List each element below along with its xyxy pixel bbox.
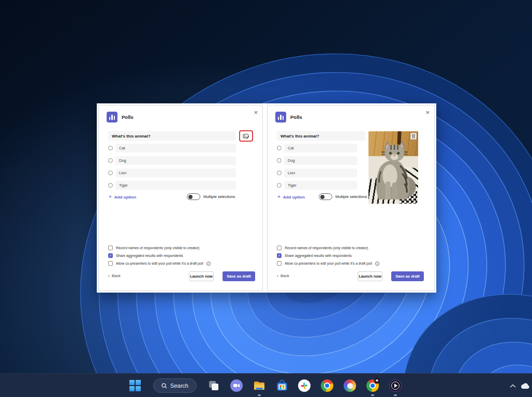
chrome-profile-button[interactable]: [366, 379, 379, 392]
media-player-icon: [389, 379, 402, 392]
multiple-selections-toggle[interactable]: [187, 193, 200, 200]
radio-icon[interactable]: [108, 146, 113, 150]
dialog-title: Polls: [122, 114, 134, 120]
add-option-button[interactable]: + Add option: [109, 194, 136, 200]
microsoft-store-icon: [276, 379, 288, 392]
chevron-left-icon: ‹: [277, 274, 278, 278]
radio-icon[interactable]: [277, 183, 282, 188]
radio-icon[interactable]: [108, 183, 113, 188]
option-input[interactable]: Tiger: [284, 181, 357, 190]
radio-icon[interactable]: [277, 146, 282, 150]
checkbox-checked-icon[interactable]: ✓: [277, 253, 282, 258]
multiple-selections-label: Multiple selections: [335, 194, 367, 199]
search-icon: [161, 383, 167, 389]
microsoft-store-button[interactable]: [275, 379, 289, 392]
option-row[interactable]: Dog: [108, 156, 236, 165]
option-row[interactable]: Cat: [108, 144, 236, 152]
dialog-title: Polls: [290, 114, 302, 120]
running-indicator: [258, 394, 261, 396]
teams-chat-button[interactable]: [230, 379, 243, 392]
slack-icon: [298, 379, 311, 392]
search-box[interactable]: Search: [153, 378, 197, 393]
back-button[interactable]: ‹ Back: [277, 273, 289, 278]
chrome-icon: [321, 379, 333, 392]
setting-label: Record names of respondents (only visibl…: [116, 246, 199, 250]
file-explorer-icon: [253, 379, 265, 392]
checkbox-unchecked-icon[interactable]: [277, 261, 282, 266]
setting-row: Record names of respondents (only visibl…: [277, 246, 368, 250]
setting-row: ✓ Share aggregated results with responde…: [108, 253, 183, 258]
radio-icon[interactable]: [277, 158, 282, 163]
option-row[interactable]: Lion: [108, 169, 236, 177]
checkbox-unchecked-icon[interactable]: [108, 261, 113, 266]
setting-label: Allow co-presenters to edit your poll wh…: [285, 262, 372, 265]
add-option-button[interactable]: + Add option: [277, 194, 305, 200]
close-icon[interactable]: ×: [254, 109, 258, 116]
setting-row: Record names of respondents (only visibl…: [108, 246, 199, 250]
save-as-draft-button[interactable]: Save as draft: [223, 271, 255, 281]
setting-label: Record names of respondents (only visibl…: [285, 246, 368, 250]
add-option-label: Add option: [114, 195, 136, 200]
windows-logo-icon: [129, 380, 141, 391]
radio-icon[interactable]: [108, 171, 113, 175]
option-input[interactable]: Dog: [284, 156, 357, 165]
highlight-box: [239, 130, 253, 142]
search-label: Search: [170, 383, 188, 389]
back-label: Back: [112, 273, 121, 278]
radio-icon[interactable]: [108, 158, 113, 163]
add-image-icon[interactable]: [241, 132, 252, 140]
launch-now-button[interactable]: Launch now: [358, 271, 382, 281]
launch-now-button[interactable]: Launch now: [189, 271, 214, 281]
task-view-button[interactable]: [207, 379, 220, 392]
save-as-draft-button[interactable]: Save as draft: [391, 271, 424, 281]
polls-app-icon: [275, 112, 286, 123]
option-input[interactable]: Lion: [284, 169, 357, 177]
show-hidden-icons-button[interactable]: [507, 379, 519, 392]
media-player-button[interactable]: [389, 379, 402, 392]
task-view-icon: [207, 379, 220, 392]
add-option-label: Add option: [283, 195, 305, 200]
option-input[interactable]: Cat: [115, 144, 236, 152]
start-button[interactable]: [128, 379, 142, 392]
setting-label: Share aggregated results with respondent…: [116, 254, 183, 257]
close-icon[interactable]: ×: [425, 109, 430, 116]
polls-comparison-window: Polls × What's this animal? Cat Dog Lion…: [97, 103, 436, 293]
toggle-knob: [188, 195, 193, 199]
option-row[interactable]: Tiger: [277, 181, 357, 190]
setting-row: ✓ Share aggregated results with responde…: [277, 253, 352, 258]
delete-image-icon[interactable]: [410, 133, 417, 140]
option-row[interactable]: Dog: [277, 156, 357, 165]
onedrive-tray-button[interactable]: [519, 379, 531, 392]
option-row[interactable]: Lion: [277, 169, 357, 177]
plus-icon: +: [109, 194, 112, 200]
colorful-ring-app-icon: [344, 379, 356, 392]
radio-icon[interactable]: [277, 171, 282, 175]
running-indicator: [371, 394, 374, 396]
checkbox-unchecked-icon[interactable]: [277, 246, 282, 250]
checkbox-checked-icon[interactable]: ✓: [108, 253, 113, 258]
setting-row: Allow co-presenters to edit your poll wh…: [277, 261, 379, 266]
option-input[interactable]: Tiger: [115, 181, 236, 190]
question-input[interactable]: What's this animal?: [108, 131, 236, 141]
onedrive-cloud-icon: [520, 383, 530, 389]
multiple-selections-label: Multiple selections: [203, 194, 235, 199]
multiple-selections-toggle[interactable]: [319, 193, 332, 200]
file-explorer-button[interactable]: [253, 379, 266, 392]
option-row[interactable]: Cat: [277, 144, 357, 152]
colorful-ring-app-button[interactable]: [343, 379, 357, 392]
chrome-button[interactable]: [320, 379, 334, 392]
polls-dialog-after: Polls × What's this animal?: [267, 105, 435, 291]
option-input[interactable]: Lion: [115, 169, 236, 177]
tabby-cat: [371, 139, 416, 202]
option-row[interactable]: Tiger: [108, 181, 236, 190]
back-label: Back: [280, 273, 289, 278]
option-input[interactable]: Cat: [284, 144, 357, 152]
chevron-left-icon: ‹: [108, 274, 110, 278]
back-button[interactable]: ‹ Back: [108, 273, 121, 278]
question-input[interactable]: What's this animal?: [277, 131, 365, 141]
checkbox-unchecked-icon[interactable]: [108, 246, 113, 250]
option-input[interactable]: Dog: [115, 156, 236, 165]
uploaded-cat-photo: [368, 131, 418, 204]
toggle-knob: [320, 195, 324, 199]
slack-button[interactable]: [298, 379, 311, 392]
